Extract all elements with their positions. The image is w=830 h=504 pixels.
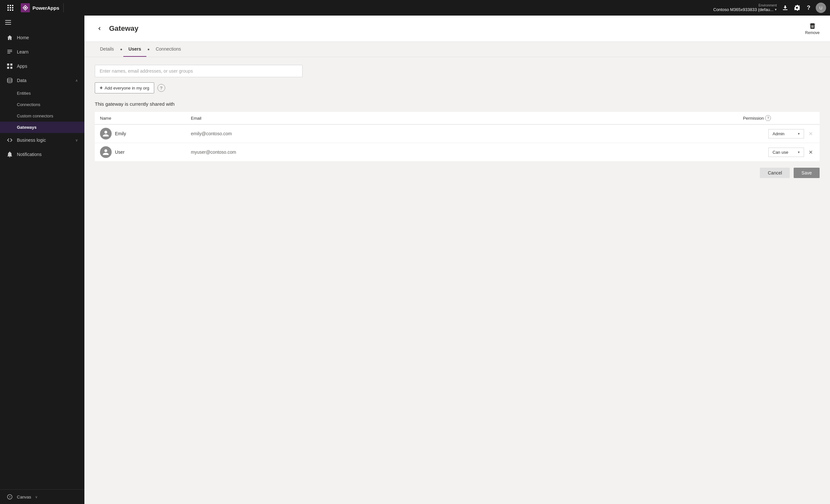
permission-chevron-icon: ▾ (798, 132, 800, 136)
code-icon (6, 137, 13, 143)
svg-rect-5 (12, 7, 13, 8)
sidebar-sub-item-gateways[interactable]: Gateways (0, 122, 85, 133)
main-content: Gateway Remove Details Users Connections (85, 15, 830, 504)
svg-rect-16 (7, 64, 9, 66)
svg-rect-14 (7, 51, 12, 52)
save-button[interactable]: Save (794, 168, 820, 178)
add-icon: + (100, 85, 103, 91)
sidebar-notifications-label: Notifications (17, 152, 78, 157)
waffle-menu-button[interactable] (4, 1, 17, 14)
topbar: PowerApps Environment Contoso M365x93383… (0, 0, 830, 15)
user-name-cell: Emily (100, 128, 191, 139)
sidebar-item-learn[interactable]: Learn (0, 45, 85, 59)
download-button[interactable] (779, 2, 791, 13)
bell-icon (6, 151, 13, 158)
svg-rect-0 (7, 5, 9, 6)
col-name: Name (100, 115, 191, 121)
add-everyone-row: + Add everyone in my org ? (95, 82, 820, 93)
add-everyone-button[interactable]: + Add everyone in my org (95, 82, 154, 93)
sidebar-sub-item-entities[interactable]: Entities (0, 88, 85, 99)
col-permission: Permission ? (743, 115, 815, 121)
sidebar-bottom: ? Canvas ∨ (0, 490, 85, 504)
svg-rect-18 (7, 67, 9, 69)
tab-bar: Details Users Connections (85, 42, 830, 57)
shared-with-label: This gateway is currently shared with (95, 101, 820, 107)
users-table: Name Email Permission ? Emily (95, 112, 820, 161)
canvas-chevron-icon: ∨ (35, 495, 38, 499)
sidebar-data-label: Data (17, 78, 71, 83)
permission-dropdown[interactable]: Admin ▾ (768, 129, 804, 138)
sidebar-apps-label: Apps (17, 64, 78, 69)
svg-rect-15 (7, 53, 10, 54)
page-title: Gateway (109, 24, 805, 33)
sidebar-hamburger-button[interactable] (0, 15, 85, 31)
sidebar-home-label: Home (17, 35, 78, 40)
sidebar-item-home[interactable]: Home (0, 31, 85, 45)
sidebar-item-data[interactable]: Data ∧ (0, 73, 85, 88)
add-everyone-label: Add everyone in my org (104, 86, 149, 91)
permission-dropdown[interactable]: Can use ▾ (768, 147, 804, 157)
tab-details[interactable]: Details (95, 42, 119, 57)
permission-chevron-icon: ▾ (798, 150, 800, 155)
home-icon (6, 34, 13, 41)
avatar (100, 146, 111, 158)
svg-rect-10 (5, 20, 11, 21)
cancel-button[interactable]: Cancel (760, 168, 790, 178)
sidebar-canvas-label: Canvas (17, 495, 31, 500)
svg-point-20 (7, 78, 12, 80)
remove-user-button[interactable]: ✕ (807, 148, 815, 156)
sidebar-sub-item-custom-connectors[interactable]: Custom connectors (0, 110, 85, 122)
svg-text:?: ? (9, 496, 10, 499)
avatar (100, 128, 111, 139)
remove-user-button[interactable]: ✕ (807, 130, 815, 137)
add-help-icon[interactable]: ? (157, 84, 165, 92)
permission-value: Admin (772, 131, 785, 136)
footer-actions: Cancel Save (95, 161, 820, 178)
user-email-cell: emily@contoso.com (191, 131, 743, 137)
tab-connections[interactable]: Connections (151, 42, 186, 57)
permission-cell: Can use ▾ ✕ (743, 147, 815, 157)
sidebar-item-notifications[interactable]: Notifications (0, 147, 85, 162)
user-email: emily@contoso.com (191, 131, 232, 136)
svg-rect-2 (12, 5, 13, 6)
svg-rect-11 (5, 22, 11, 23)
sidebar-item-business-logic[interactable]: Business logic ∨ (0, 133, 85, 147)
canvas-icon: ? (6, 494, 13, 500)
svg-rect-19 (10, 67, 12, 69)
svg-rect-4 (10, 7, 11, 8)
table-row: User myuser@contoso.com Can use ▾ ✕ (95, 143, 820, 161)
sidebar-learn-label: Learn (17, 49, 78, 55)
svg-rect-1 (10, 5, 11, 6)
sidebar-canvas-item[interactable]: ? Canvas ∨ (0, 490, 85, 504)
tab-users-label: Users (129, 46, 141, 52)
user-avatar[interactable]: U (816, 3, 826, 13)
user-email-cell: myuser@contoso.com (191, 149, 743, 155)
user-name-cell: User (100, 146, 191, 158)
sidebar-sub-item-connections[interactable]: Connections (0, 99, 85, 110)
logo-box (21, 3, 30, 12)
environment-selector[interactable]: Environment Contoso M365x933833 (defau..… (713, 4, 777, 12)
settings-button[interactable] (791, 2, 803, 13)
content-area: + Add everyone in my org ? This gateway … (85, 57, 830, 504)
sidebar-item-apps[interactable]: Apps (0, 59, 85, 73)
env-chevron-icon: ▾ (775, 7, 777, 12)
tab-users[interactable]: Users (123, 42, 147, 57)
help-button[interactable]: ? (803, 2, 815, 13)
col-email: Email (191, 115, 743, 121)
back-button[interactable] (95, 23, 105, 34)
sidebar-business-logic-label: Business logic (17, 137, 71, 143)
learn-icon (6, 48, 13, 55)
svg-rect-7 (10, 9, 11, 11)
business-logic-chevron-icon: ∨ (75, 138, 78, 142)
tab-separator-2 (148, 48, 149, 50)
remove-button[interactable]: Remove (805, 22, 820, 35)
svg-rect-13 (7, 50, 12, 51)
table-row: Emily emily@contoso.com Admin ▾ ✕ (95, 125, 820, 143)
page-header: Gateway Remove (85, 15, 830, 42)
user-search-input[interactable] (95, 65, 302, 77)
permission-help-icon[interactable]: ? (765, 115, 771, 121)
svg-point-9 (24, 7, 26, 8)
remove-label: Remove (805, 31, 820, 35)
svg-rect-12 (5, 24, 11, 25)
app-title: PowerApps (32, 5, 59, 11)
